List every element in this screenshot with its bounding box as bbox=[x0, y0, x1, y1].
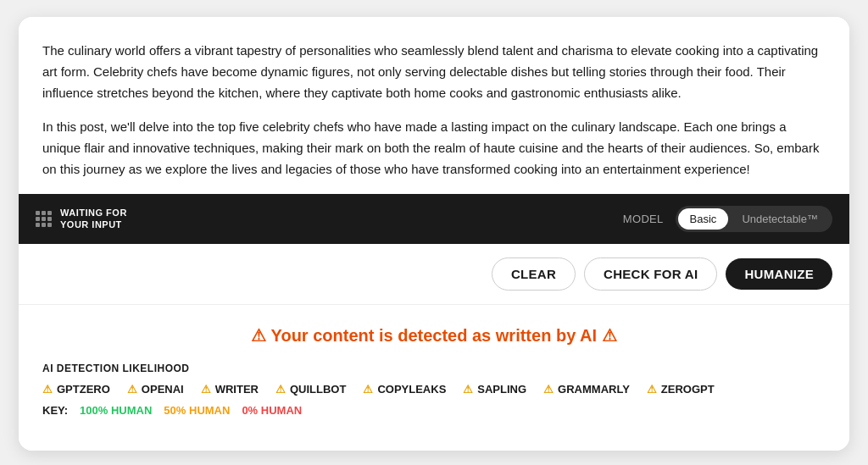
detection-likelihood: AI DETECTION LIKELIHOOD ⚠ GPTZERO ⚠ OPEN… bbox=[42, 363, 826, 417]
toolbar-left: WAITING FOR YOUR INPUT bbox=[36, 207, 127, 231]
grid-dot bbox=[36, 211, 40, 215]
key-100-human: 100% HUMAN bbox=[80, 404, 152, 417]
detector-openai: ⚠ OPENAI bbox=[127, 383, 184, 396]
detector-gptzero: ⚠ GPTZERO bbox=[42, 383, 110, 396]
detector-name: COPYLEAKS bbox=[377, 383, 446, 396]
detection-alert: ⚠ Your content is detected as written by… bbox=[42, 325, 826, 346]
paragraph-2: In this post, we'll delve into the top f… bbox=[42, 117, 826, 180]
key-label: KEY: bbox=[42, 404, 68, 417]
grid-dot bbox=[42, 217, 46, 221]
grid-dot bbox=[47, 223, 52, 227]
grid-dot bbox=[36, 223, 40, 227]
detector-name: OPENAI bbox=[142, 383, 184, 396]
detector-grammarly: ⚠ GRAMMARLY bbox=[543, 383, 630, 396]
detector-quillbot: ⚠ QUILLBOT bbox=[275, 383, 346, 396]
warning-icon: ⚠ bbox=[127, 383, 137, 396]
detector-name: SAPLING bbox=[477, 383, 526, 396]
actions-bar: CLEAR CHECK FOR AI HUMANIZE bbox=[19, 244, 849, 305]
detector-name: QUILLBOT bbox=[290, 383, 346, 396]
grid-dot bbox=[36, 217, 40, 221]
warning-icon: ⚠ bbox=[647, 383, 657, 396]
detector-name: GRAMMARLY bbox=[558, 383, 630, 396]
clear-button[interactable]: CLEAR bbox=[492, 257, 576, 291]
toolbar: WAITING FOR YOUR INPUT MODEL Basic Undet… bbox=[19, 194, 849, 244]
warning-icon: ⚠ bbox=[463, 383, 473, 396]
grid-dot bbox=[42, 223, 46, 227]
text-area-section: The culinary world offers a vibrant tape… bbox=[19, 17, 849, 180]
waiting-text: WAITING FOR YOUR INPUT bbox=[60, 207, 127, 231]
model-label: MODEL bbox=[623, 213, 664, 225]
likelihood-title: AI DETECTION LIKELIHOOD bbox=[42, 363, 826, 374]
detector-name: ZEROGPT bbox=[661, 383, 715, 396]
model-basic[interactable]: Basic bbox=[678, 208, 729, 230]
warning-icon: ⚠ bbox=[543, 383, 554, 396]
detector-writer: ⚠ WRITER bbox=[201, 383, 259, 396]
warning-icon: ⚠ bbox=[201, 383, 211, 396]
warning-icon: ⚠ bbox=[42, 383, 53, 396]
detector-zerogpt: ⚠ ZEROGPT bbox=[647, 383, 715, 396]
warning-icon: ⚠ bbox=[275, 383, 286, 396]
grid-dot bbox=[47, 217, 52, 221]
detection-section: ⚠ Your content is detected as written by… bbox=[19, 305, 849, 451]
paragraph-1: The culinary world offers a vibrant tape… bbox=[42, 41, 826, 103]
key-50-human: 50% HUMAN bbox=[164, 404, 230, 417]
grid-dot bbox=[42, 211, 46, 215]
grid-dot bbox=[47, 211, 52, 215]
detectors-row: ⚠ GPTZERO ⚠ OPENAI ⚠ WRITER ⚠ QUILLBOT ⚠ bbox=[42, 383, 826, 396]
check-ai-button[interactable]: CHECK FOR AI bbox=[584, 257, 717, 291]
main-container: The culinary world offers a vibrant tape… bbox=[19, 17, 849, 451]
detector-name: WRITER bbox=[215, 383, 259, 396]
grid-icon bbox=[36, 211, 52, 227]
model-undetectable[interactable]: Undetectable™ bbox=[730, 208, 830, 230]
warning-icon: ⚠ bbox=[363, 383, 373, 396]
detector-copyleaks: ⚠ COPYLEAKS bbox=[363, 383, 446, 396]
key-0-human: 0% HUMAN bbox=[242, 404, 302, 417]
toolbar-right: MODEL Basic Undetectable™ bbox=[623, 206, 832, 232]
detector-sapling: ⚠ SAPLING bbox=[463, 383, 526, 396]
detector-name: GPTZERO bbox=[57, 383, 110, 396]
key-row: KEY: 100% HUMAN 50% HUMAN 0% HUMAN bbox=[42, 404, 826, 417]
model-toggle: Basic Undetectable™ bbox=[676, 206, 832, 232]
humanize-button[interactable]: HUMANIZE bbox=[726, 258, 832, 290]
content-text: The culinary world offers a vibrant tape… bbox=[42, 41, 826, 180]
